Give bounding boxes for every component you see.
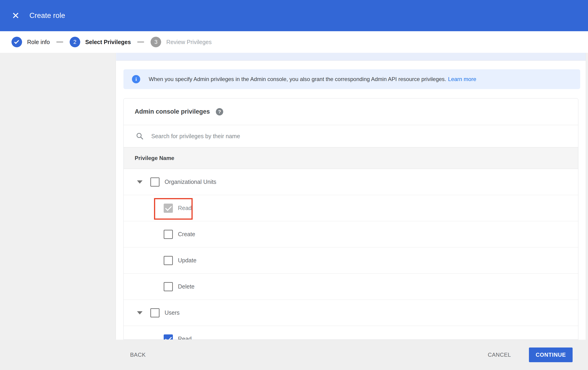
left-panel bbox=[0, 53, 116, 340]
scrollbar[interactable] bbox=[586, 53, 588, 340]
banner-text: When you specify Admin privileges in the… bbox=[149, 76, 476, 82]
privilege-label: Delete bbox=[178, 283, 194, 290]
privileges-card: Admin console privileges ? Privilege Nam… bbox=[124, 98, 578, 340]
step-review-privileges[interactable]: 3 Review Privileges bbox=[151, 37, 211, 47]
privilege-label: Read bbox=[178, 336, 192, 340]
privilege-row: Read bbox=[124, 195, 578, 221]
privilege-label: Update bbox=[178, 257, 197, 264]
step-role-info[interactable]: Role info bbox=[11, 37, 50, 47]
back-button[interactable]: BACK bbox=[130, 352, 146, 358]
main-content: i When you specify Admin privileges in t… bbox=[116, 53, 588, 340]
step-label: Select Privileges bbox=[85, 39, 131, 45]
card-title-row: Admin console privileges ? bbox=[124, 99, 578, 125]
app-header: ✕ Create role bbox=[0, 0, 588, 31]
check-icon bbox=[14, 39, 19, 44]
privilege-checkbox[interactable] bbox=[164, 334, 173, 340]
continue-button[interactable]: CONTINUE bbox=[529, 348, 573, 362]
page-title: Create role bbox=[29, 11, 65, 20]
scrolled-content-strip bbox=[116, 53, 586, 60]
expand-triangle-icon[interactable] bbox=[137, 311, 143, 314]
privilege-checkbox[interactable] bbox=[150, 308, 159, 317]
column-header-label: Privilege Name bbox=[135, 155, 174, 161]
info-banner: i When you specify Admin privileges in t… bbox=[124, 69, 580, 89]
privilege-rows: Organizational Units Read Create Update … bbox=[124, 169, 578, 340]
privilege-label: Users bbox=[165, 310, 179, 316]
help-icon[interactable]: ? bbox=[216, 108, 223, 115]
privilege-checkbox[interactable] bbox=[164, 230, 173, 239]
search-icon bbox=[136, 132, 144, 140]
step-completed-circle bbox=[11, 37, 22, 47]
privilege-row: Organizational Units bbox=[124, 169, 578, 195]
search-input[interactable] bbox=[151, 133, 496, 140]
step-label: Role info bbox=[27, 39, 50, 45]
step-separator bbox=[56, 41, 63, 42]
step-number-circle: 2 bbox=[70, 37, 80, 47]
learn-more-link[interactable]: Learn more bbox=[448, 76, 476, 82]
privilege-row: Delete bbox=[124, 274, 578, 300]
privilege-label: Create bbox=[178, 231, 195, 238]
step-separator bbox=[137, 41, 144, 42]
step-label: Review Privileges bbox=[166, 39, 211, 45]
privilege-label: Read bbox=[178, 205, 192, 211]
search-row bbox=[124, 125, 578, 147]
footer-bar: BACK CANCEL CONTINUE bbox=[0, 340, 588, 370]
stepper: Role info 2 Select Privileges 3 Review P… bbox=[0, 31, 588, 53]
privilege-checkbox[interactable] bbox=[150, 177, 159, 187]
close-icon[interactable]: ✕ bbox=[9, 9, 22, 22]
privilege-label: Organizational Units bbox=[165, 179, 216, 185]
privilege-checkbox[interactable] bbox=[164, 204, 173, 213]
privilege-row: Create bbox=[124, 221, 578, 247]
card-title: Admin console privileges bbox=[135, 108, 210, 115]
cancel-button[interactable]: CANCEL bbox=[488, 352, 511, 358]
info-icon: i bbox=[132, 75, 140, 83]
step-select-privileges[interactable]: 2 Select Privileges bbox=[70, 37, 131, 47]
privilege-checkbox[interactable] bbox=[164, 282, 173, 291]
expand-triangle-icon[interactable] bbox=[137, 180, 143, 184]
privilege-row: Update bbox=[124, 247, 578, 274]
privilege-checkbox[interactable] bbox=[164, 256, 173, 265]
banner-message: When you specify Admin privileges in the… bbox=[149, 76, 446, 82]
step-number-circle: 3 bbox=[151, 37, 161, 47]
privilege-row: Read bbox=[124, 326, 578, 340]
table-column-header: Privilege Name bbox=[124, 147, 578, 169]
privilege-row: Users bbox=[124, 300, 578, 326]
